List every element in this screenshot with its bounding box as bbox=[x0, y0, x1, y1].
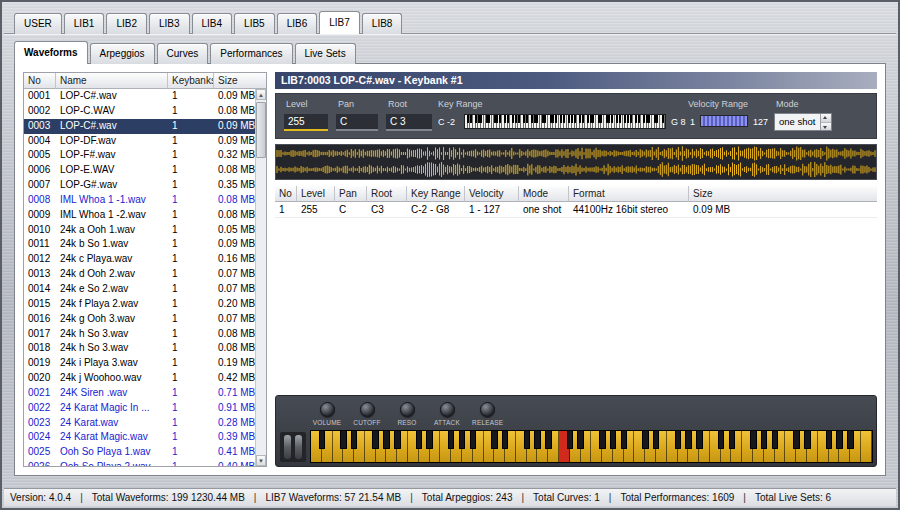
piano-black-key[interactable] bbox=[416, 431, 422, 449]
piano-black-key[interactable] bbox=[340, 431, 346, 449]
piano-black-key[interactable] bbox=[750, 431, 756, 449]
knob-volume-control[interactable] bbox=[320, 402, 335, 417]
column-header-no[interactable]: No bbox=[24, 73, 56, 89]
table-row[interactable]: 001324k d Ooh 2.wav10.07 MB bbox=[24, 267, 255, 282]
table-row[interactable]: 002324 Karat.wav10.28 MB bbox=[24, 416, 255, 431]
lib-tab-lib6[interactable]: LIB6 bbox=[277, 13, 318, 34]
piano-black-key[interactable] bbox=[502, 431, 508, 449]
key-range-black-key[interactable] bbox=[635, 115, 637, 123]
scrollbar[interactable]: ▲ ▼ bbox=[255, 89, 266, 466]
lib-tab-lib5[interactable]: LIB5 bbox=[234, 13, 275, 34]
piano-black-key[interactable] bbox=[826, 431, 832, 449]
piano-black-key[interactable] bbox=[675, 431, 681, 449]
key-range-black-key[interactable] bbox=[496, 115, 498, 123]
piano-black-key[interactable] bbox=[761, 431, 767, 449]
section-tab-arpeggios[interactable]: Arpeggios bbox=[90, 43, 155, 64]
column-header-size[interactable]: Size bbox=[689, 186, 877, 202]
key-range-black-key[interactable] bbox=[563, 115, 565, 123]
piano-black-key[interactable] bbox=[836, 431, 842, 449]
piano-black-key[interactable] bbox=[448, 431, 454, 449]
key-range-black-key[interactable] bbox=[512, 115, 514, 123]
key-range-black-key[interactable] bbox=[582, 115, 584, 123]
key-range-black-key[interactable] bbox=[571, 115, 573, 123]
key-range-black-key[interactable] bbox=[544, 115, 546, 123]
pan-field[interactable]: C bbox=[336, 114, 378, 131]
piano-black-key[interactable] bbox=[491, 431, 497, 449]
table-row[interactable]: 0026Ooh So Playa 2.wav10.40 MB bbox=[24, 460, 255, 466]
piano-black-key[interactable] bbox=[372, 431, 378, 449]
key-range-black-key[interactable] bbox=[662, 115, 664, 123]
table-row[interactable]: 0002LOP-C.WAV10.08 MB bbox=[24, 104, 255, 119]
piano-black-key[interactable] bbox=[351, 431, 357, 449]
key-range-black-key[interactable] bbox=[480, 115, 482, 123]
key-range-black-key[interactable] bbox=[523, 115, 525, 123]
piano-black-key[interactable] bbox=[545, 431, 551, 449]
key-range-black-key[interactable] bbox=[555, 115, 557, 123]
column-header-root[interactable]: Root bbox=[367, 186, 407, 202]
piano-black-key[interactable] bbox=[383, 431, 389, 449]
piano-keyboard[interactable] bbox=[310, 430, 873, 463]
piano-white-key[interactable] bbox=[861, 431, 872, 462]
piano-black-key[interactable] bbox=[804, 431, 810, 449]
lib-tab-lib1[interactable]: LIB1 bbox=[64, 13, 105, 34]
key-range-black-key[interactable] bbox=[536, 115, 538, 123]
table-row[interactable]: 001224k c Playa.wav10.16 MB bbox=[24, 252, 255, 267]
table-row[interactable]: 0005LOP-F#.wav10.32 MB bbox=[24, 148, 255, 163]
key-range-black-key[interactable] bbox=[616, 115, 618, 123]
table-row[interactable]: 0007LOP-G#.wav10.35 MB bbox=[24, 178, 255, 193]
key-range-black-key[interactable] bbox=[568, 115, 570, 123]
lib-tab-lib8[interactable]: LIB8 bbox=[362, 13, 403, 34]
piano-black-key[interactable] bbox=[610, 431, 616, 449]
table-row[interactable]: 002024k j Woohoo.wav10.42 MB bbox=[24, 371, 255, 386]
table-row[interactable]: 0008IML Whoa 1 -1.wav10.08 MB bbox=[24, 193, 255, 208]
table-row[interactable]: 0001LOP-C#.wav10.09 MB bbox=[24, 89, 255, 104]
section-tab-waveforms[interactable]: Waveforms bbox=[14, 41, 88, 64]
piano-black-key[interactable] bbox=[567, 431, 573, 449]
key-range-keyboard[interactable] bbox=[464, 114, 666, 129]
piano-black-key[interactable] bbox=[534, 431, 540, 449]
column-header-key-range[interactable]: Key Range bbox=[407, 186, 465, 202]
piano-black-key[interactable] bbox=[319, 431, 325, 449]
column-header-mode[interactable]: Mode bbox=[519, 186, 569, 202]
piano-black-key[interactable] bbox=[729, 431, 735, 449]
section-tab-live-sets[interactable]: Live Sets bbox=[295, 43, 356, 64]
key-range-black-key[interactable] bbox=[600, 115, 602, 123]
key-range-black-key[interactable] bbox=[643, 115, 645, 123]
scroll-up-icon[interactable]: ▲ bbox=[256, 89, 266, 100]
root-field[interactable]: C 3 bbox=[386, 114, 432, 131]
piano-black-key[interactable] bbox=[459, 431, 465, 449]
scroll-down-icon[interactable]: ▼ bbox=[256, 455, 266, 466]
key-range-black-key[interactable] bbox=[470, 115, 472, 123]
piano-black-key[interactable] bbox=[394, 431, 400, 449]
table-row[interactable]: 001024k a Ooh 1.wav10.05 MB bbox=[24, 223, 255, 238]
key-range-black-key[interactable] bbox=[504, 115, 506, 123]
mode-spinner[interactable] bbox=[820, 114, 831, 130]
key-range-black-key[interactable] bbox=[579, 115, 581, 123]
piano-black-key[interactable] bbox=[772, 431, 778, 449]
key-range-black-key[interactable] bbox=[611, 115, 613, 123]
keybank-row[interactable]: 1255CC3C-2 - G81 - 127one shot44100Hz 16… bbox=[275, 202, 877, 218]
column-header-keybanks[interactable]: Keybanks bbox=[168, 73, 214, 89]
velocity-range-bar[interactable] bbox=[700, 115, 748, 127]
table-row[interactable]: 0025Ooh So Playa 1.wav10.41 MB bbox=[24, 445, 255, 460]
knob-release-control[interactable] bbox=[480, 402, 495, 417]
key-range-black-key[interactable] bbox=[656, 115, 658, 123]
table-row[interactable]: 002424 Karat Magic.wav10.39 MB bbox=[24, 430, 255, 445]
table-row[interactable]: 002224 Karat Magic In ...10.91 MB bbox=[24, 401, 255, 416]
section-tab-performances[interactable]: Performances bbox=[210, 43, 292, 64]
piano-black-key[interactable] bbox=[577, 431, 583, 449]
piano-black-key[interactable] bbox=[599, 431, 605, 449]
spinner-down-icon[interactable] bbox=[821, 123, 831, 131]
mod-wheel[interactable] bbox=[295, 435, 302, 459]
key-range-black-key[interactable] bbox=[627, 115, 629, 123]
level-field[interactable]: 255 bbox=[284, 114, 328, 131]
table-row[interactable]: 001924k i Playa 3.wav10.19 MB bbox=[24, 356, 255, 371]
key-range-black-key[interactable] bbox=[499, 115, 501, 123]
table-row[interactable]: 0004LOP-DF.wav10.09 MB bbox=[24, 134, 255, 149]
scroll-thumb[interactable] bbox=[256, 102, 266, 158]
column-header-name[interactable]: Name bbox=[56, 73, 168, 89]
table-row[interactable]: 001724k h So 3.wav10.08 MB bbox=[24, 327, 255, 342]
piano-black-key[interactable] bbox=[793, 431, 799, 449]
key-range-black-key[interactable] bbox=[507, 115, 509, 123]
lib-tab-lib4[interactable]: LIB4 bbox=[192, 13, 233, 34]
